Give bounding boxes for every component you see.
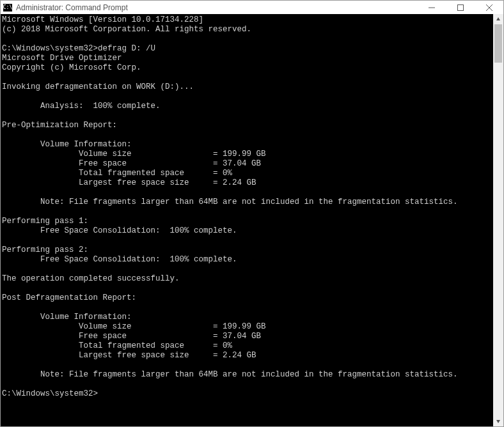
- window-title: Administrator: Command Prompt: [16, 3, 128, 12]
- cmd-icon: C:\: [3, 4, 12, 12]
- console-line: Copyright (c) Microsoft Corp.: [2, 63, 493, 73]
- console-area: Microsoft Windows [Version 10.0.17134.22…: [1, 14, 503, 426]
- console-line: Free space = 37.04 GB: [2, 332, 493, 341]
- svg-marker-4: [496, 17, 500, 20]
- console-line: Largest free space size = 2.24 GB: [2, 351, 493, 361]
- console-line: [2, 236, 493, 245]
- console-line: Volume size = 199.99 GB: [2, 150, 493, 159]
- console-line: C:\Windows\system32>: [2, 389, 493, 399]
- minimize-button[interactable]: [417, 1, 446, 14]
- console-line: The operation completed successfully.: [2, 274, 493, 284]
- console-line: [2, 111, 493, 121]
- console-line: [2, 92, 493, 102]
- console-line: [2, 284, 493, 293]
- console-line: Free Space Consolidation: 100% complete.: [2, 226, 493, 236]
- console-line: [2, 380, 493, 389]
- console-line: Free Space Consolidation: 100% complete.: [2, 255, 493, 265]
- console-output[interactable]: Microsoft Windows [Version 10.0.17134.22…: [1, 14, 493, 426]
- maximize-button[interactable]: [446, 1, 475, 14]
- vertical-scrollbar[interactable]: [493, 14, 503, 426]
- console-line: Note: File fragments larger than 64MB ar…: [2, 370, 493, 380]
- svg-marker-5: [496, 420, 500, 423]
- console-line: Microsoft Drive Optimizer: [2, 54, 493, 63]
- console-line: Largest free space size = 2.24 GB: [2, 178, 493, 188]
- console-line: Volume size = 199.99 GB: [2, 322, 493, 332]
- console-line: Performing pass 2:: [2, 245, 493, 255]
- title-buttons: [417, 1, 503, 14]
- title-left: C:\ Administrator: Command Prompt: [3, 3, 128, 12]
- console-line: [2, 303, 493, 313]
- console-line: Volume Information:: [2, 313, 493, 322]
- console-line: [2, 130, 493, 140]
- console-line: Analysis: 100% complete.: [2, 102, 493, 111]
- scroll-up-arrow-icon[interactable]: [493, 14, 503, 24]
- scroll-track[interactable]: [493, 24, 503, 416]
- console-line: Free space = 37.04 GB: [2, 159, 493, 169]
- console-line: Microsoft Windows [Version 10.0.17134.22…: [2, 15, 493, 25]
- scroll-thumb[interactable]: [494, 24, 502, 63]
- console-line: Note: File fragments larger than 64MB ar…: [2, 198, 493, 207]
- console-line: (c) 2018 Microsoft Corporation. All righ…: [2, 25, 493, 35]
- svg-rect-1: [457, 4, 463, 10]
- console-line: Performing pass 1:: [2, 217, 493, 226]
- scroll-down-arrow-icon[interactable]: [493, 416, 503, 426]
- console-line: [2, 265, 493, 274]
- console-line: [2, 207, 493, 217]
- console-line: [2, 361, 493, 370]
- console-line: C:\Windows\system32>defrag D: /U: [2, 44, 493, 54]
- console-line: [2, 188, 493, 198]
- console-line: [2, 35, 493, 44]
- close-button[interactable]: [475, 1, 503, 14]
- console-line: Total fragmented space = 0%: [2, 341, 493, 351]
- console-line: Volume Information:: [2, 140, 493, 150]
- console-line: Total fragmented space = 0%: [2, 169, 493, 178]
- console-line: Post Defragmentation Report:: [2, 293, 493, 303]
- console-line: Invoking defragmentation on WORK (D:)...: [2, 82, 493, 92]
- console-line: [2, 73, 493, 82]
- title-bar[interactable]: C:\ Administrator: Command Prompt: [1, 1, 503, 14]
- console-line: Pre-Optimization Report:: [2, 121, 493, 130]
